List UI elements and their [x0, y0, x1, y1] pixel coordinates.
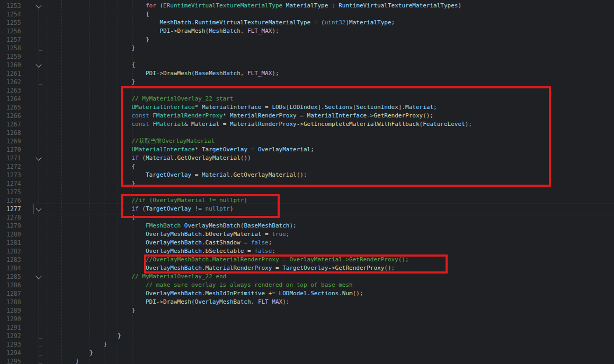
- line-number: 1261: [0, 69, 33, 78]
- fold-region-end-tick: [39, 84, 42, 85]
- code-token: :: [328, 2, 339, 9]
- code-token: FMaterialRenderProxy: [153, 112, 223, 119]
- code-token: //获取当前OverlayMaterial: [131, 138, 215, 144]
- code-line[interactable]: OverlayMeshBatch.MeshIdInPrimitive += LO…: [0, 289, 614, 298]
- code-token: ->: [328, 265, 335, 271]
- code-line[interactable]: {: [0, 162, 614, 171]
- line-number: 1280: [0, 230, 33, 239]
- code-token: Sections: [325, 104, 353, 111]
- code-line[interactable]: if (Material.GetOverlayMaterial()): [0, 154, 614, 162]
- fold-chevron-icon[interactable]: [35, 205, 41, 211]
- code-token: );: [282, 298, 289, 305]
- code-token: ,: [251, 298, 258, 305]
- code-token: {: [146, 11, 149, 17]
- code-line[interactable]: [0, 323, 614, 332]
- code-token: OverlayMeshBatch: [195, 298, 251, 305]
- code-token: TargetOverlay: [146, 171, 191, 178]
- code-line[interactable]: TargetOverlay = Material.GetOverlayMater…: [0, 171, 614, 179]
- code-line[interactable]: MeshBatch.RuntimeVirtualTextureMaterialT…: [0, 19, 614, 27]
- code-line[interactable]: }: [0, 306, 614, 315]
- code-line[interactable]: PDI->DrawMesh(MeshBatch, FLT_MAX);: [0, 27, 614, 35]
- fold-chevron-icon[interactable]: [35, 61, 41, 67]
- code-token: MeshBatch: [209, 28, 241, 34]
- line-number: 1258: [0, 44, 33, 52]
- code-line[interactable]: OverlayMeshBatch.CastShadow = false;: [0, 239, 614, 247]
- code-line[interactable]: PDI->DrawMesh(BaseMeshBatch, FLT_MAX);: [0, 69, 614, 78]
- code-line[interactable]: OverlayMeshBatch.MaterialRenderProxy = T…: [0, 264, 614, 272]
- code-line[interactable]: [0, 86, 614, 95]
- code-token: .: [339, 290, 342, 297]
- code-token: Material: [191, 121, 219, 128]
- code-token: FLT_MAX: [247, 70, 272, 77]
- code-line[interactable]: }: [0, 340, 614, 349]
- code-line[interactable]: const FMaterial& Material = MaterialRend…: [0, 120, 614, 129]
- line-number: 1273: [0, 171, 33, 179]
- code-line[interactable]: }: [0, 78, 614, 86]
- fold-chevron-icon[interactable]: [35, 154, 41, 160]
- code-token: BaseMeshBatch: [195, 70, 241, 77]
- code-token: ,: [241, 28, 247, 34]
- code-token: GetRenderProxy: [335, 265, 385, 271]
- code-line[interactable]: UMaterialInterface* TargetOverlay = Over…: [0, 145, 614, 154]
- code-line[interactable]: // make sure overlay is always rendered …: [0, 281, 614, 289]
- code-token: =: [244, 248, 254, 254]
- fold-chevron-icon[interactable]: [35, 273, 41, 279]
- code-token: ->: [297, 121, 304, 128]
- code-line[interactable]: }: [0, 44, 614, 52]
- fold-chevron-icon[interactable]: [35, 2, 41, 8]
- code-token: =: [261, 231, 272, 238]
- code-line[interactable]: //获取当前OverlayMaterial: [0, 137, 614, 145]
- code-token: nullptr: [206, 205, 230, 212]
- code-token: .: [202, 239, 206, 246]
- code-token: (: [139, 205, 146, 212]
- code-line[interactable]: UMaterialInterface* MaterialInterface = …: [0, 103, 614, 112]
- code-text-area[interactable]: for (ERuntimeVirtualTextureMaterialType …: [0, 2, 614, 364]
- code-line[interactable]: [0, 315, 614, 323]
- code-token: RuntimeVirtualTextureMaterialType: [195, 19, 311, 26]
- code-line[interactable]: // MyMaterialOverlay_22 start: [0, 95, 614, 103]
- code-line[interactable]: for (ERuntimeVirtualTextureMaterialType …: [0, 2, 614, 10]
- code-token: Material: [146, 154, 174, 161]
- code-line[interactable]: [0, 52, 614, 61]
- line-number: 1259: [0, 52, 33, 61]
- code-line[interactable]: }: [0, 35, 614, 44]
- line-number: 1283: [0, 256, 33, 264]
- code-line[interactable]: OverlayMeshBatch.bOverlayMaterial = true…: [0, 230, 614, 239]
- code-token: LODIndex: [290, 104, 318, 111]
- code-line[interactable]: [0, 129, 614, 137]
- code-line[interactable]: }: [0, 349, 614, 357]
- code-line[interactable]: OverlayMeshBatch.bSelectable = false;: [0, 247, 614, 256]
- code-token: .: [174, 154, 177, 161]
- code-token: *: [195, 104, 202, 111]
- code-line[interactable]: // MyMaterialOverlay_22 end: [0, 272, 614, 281]
- code-token: );: [272, 70, 279, 77]
- code-token: for: [146, 2, 156, 9]
- code-line[interactable]: }: [0, 357, 614, 364]
- line-number: 1257: [0, 35, 33, 44]
- code-line[interactable]: {: [0, 10, 614, 19]
- code-line[interactable]: if (TargetOverlay != nullptr): [0, 205, 614, 213]
- code-token: =: [219, 121, 230, 128]
- code-token: ): [458, 2, 461, 9]
- code-line[interactable]: PDI->DrawMesh(OverlayMeshBatch, FLT_MAX)…: [0, 298, 614, 306]
- code-line[interactable]: FMeshBatch OverlayMeshBatch(BaseMeshBatc…: [0, 222, 614, 230]
- code-token: ;: [391, 19, 395, 26]
- code-line[interactable]: [0, 188, 614, 196]
- line-number: 1263: [0, 86, 33, 95]
- code-line[interactable]: {: [0, 213, 614, 222]
- code-token: const: [131, 121, 149, 128]
- code-line[interactable]: {: [0, 61, 614, 69]
- line-number: 1282: [0, 247, 33, 256]
- code-token: false: [254, 248, 272, 254]
- code-line[interactable]: //OverlayMeshBatch.MaterialRenderProxy =…: [0, 256, 614, 264]
- code-token: ERuntimeVirtualTextureMaterialType: [163, 2, 282, 9]
- code-line[interactable]: //if (OverlayMaterial != nullptr): [0, 196, 614, 205]
- code-token: MeshBatch: [159, 19, 191, 26]
- code-line[interactable]: const FMaterialRenderProxy* MaterialRend…: [0, 112, 614, 120]
- code-token: [282, 2, 286, 9]
- code-line[interactable]: }: [0, 332, 614, 340]
- code-token: bSelectable: [206, 248, 244, 254]
- code-token: FMaterial: [153, 121, 184, 128]
- code-line[interactable]: }: [0, 179, 614, 188]
- line-number: 1254: [0, 10, 33, 19]
